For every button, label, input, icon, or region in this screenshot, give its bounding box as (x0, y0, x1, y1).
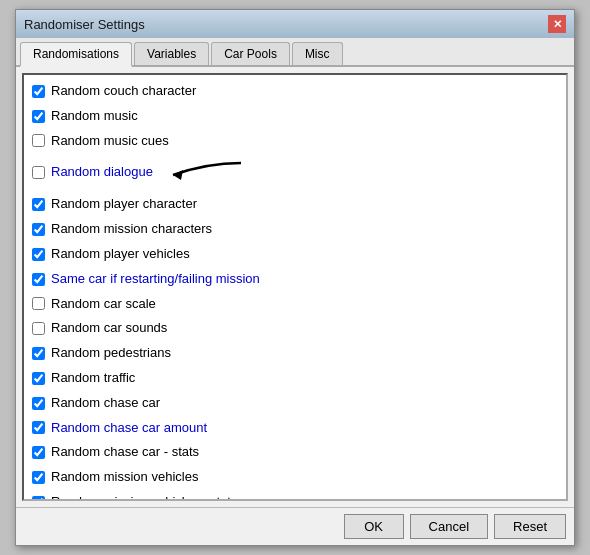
list-item: Random mission vehicles - stats (26, 490, 564, 501)
ok-button[interactable]: OK (344, 514, 404, 539)
checkbox-14[interactable] (32, 446, 45, 459)
checkbox-4[interactable] (32, 198, 45, 211)
checkbox-16[interactable] (32, 496, 45, 501)
list-item: Random couch character (26, 79, 564, 104)
checkbox-7[interactable] (32, 273, 45, 286)
list-item: Random chase car amount (26, 416, 564, 441)
list-item: Random player character (26, 192, 564, 217)
checkbox-3[interactable] (32, 166, 45, 179)
checkbox-label: Same car if restarting/failing mission (51, 269, 260, 290)
checkbox-label: Random couch character (51, 81, 196, 102)
checkbox-label: Random chase car amount (51, 418, 207, 439)
checkbox-11[interactable] (32, 372, 45, 385)
checkbox-13[interactable] (32, 421, 45, 434)
list-item: Random player vehicles (26, 242, 564, 267)
tab-car-pools[interactable]: Car Pools (211, 42, 290, 65)
checkbox-label: Random traffic (51, 368, 135, 389)
list-item: Random mission vehicles (26, 465, 564, 490)
tab-variables[interactable]: Variables (134, 42, 209, 65)
title-bar: Randomiser Settings ✕ (16, 10, 574, 38)
bottom-bar: OK Cancel Reset (16, 507, 574, 545)
cancel-button[interactable]: Cancel (410, 514, 488, 539)
tab-misc[interactable]: Misc (292, 42, 343, 65)
checkbox-label: Random player character (51, 194, 197, 215)
checkbox-label: Random player vehicles (51, 244, 190, 265)
list-item: Same car if restarting/failing mission (26, 267, 564, 292)
checkbox-label: Random pedestrians (51, 343, 171, 364)
list-item: Random mission characters (26, 217, 564, 242)
arrow-annotation-icon (163, 155, 243, 190)
checkbox-6[interactable] (32, 248, 45, 261)
main-window: Randomiser Settings ✕ RandomisationsVari… (15, 9, 575, 546)
list-item: Random music cues (26, 129, 564, 154)
list-item: Random car sounds (26, 316, 564, 341)
content-area: Random couch characterRandom musicRandom… (16, 67, 574, 507)
checkbox-9[interactable] (32, 322, 45, 335)
close-button[interactable]: ✕ (548, 15, 566, 33)
checkbox-label: Random music cues (51, 131, 169, 152)
list-item: Random dialogue (26, 153, 564, 192)
tab-randomisations[interactable]: Randomisations (20, 42, 132, 67)
checkbox-5[interactable] (32, 223, 45, 236)
checkbox-10[interactable] (32, 347, 45, 360)
checkbox-label: Random mission characters (51, 219, 212, 240)
list-item: Random traffic (26, 366, 564, 391)
list-item: Random chase car (26, 391, 564, 416)
checkbox-label: Random car scale (51, 294, 156, 315)
checkbox-12[interactable] (32, 397, 45, 410)
list-item: Random pedestrians (26, 341, 564, 366)
checkbox-label: Random mission vehicles (51, 467, 198, 488)
list-item: Random car scale (26, 292, 564, 317)
checkbox-15[interactable] (32, 471, 45, 484)
svg-marker-0 (173, 170, 183, 180)
checkbox-2[interactable] (32, 134, 45, 147)
checkbox-label: Random music (51, 106, 138, 127)
checkbox-label: Random dialogue (51, 164, 153, 179)
checkbox-list[interactable]: Random couch characterRandom musicRandom… (22, 73, 568, 501)
checkbox-0[interactable] (32, 85, 45, 98)
window-title: Randomiser Settings (24, 17, 145, 32)
checkbox-label: Random mission vehicles - stats (51, 492, 237, 501)
checkbox-label: Random chase car (51, 393, 160, 414)
tab-bar: RandomisationsVariablesCar PoolsMisc (16, 38, 574, 67)
checkbox-1[interactable] (32, 110, 45, 123)
checkbox-label: Random chase car - stats (51, 442, 199, 463)
list-item: Random music (26, 104, 564, 129)
checkbox-label: Random car sounds (51, 318, 167, 339)
checkbox-8[interactable] (32, 297, 45, 310)
reset-button[interactable]: Reset (494, 514, 566, 539)
list-item: Random chase car - stats (26, 440, 564, 465)
